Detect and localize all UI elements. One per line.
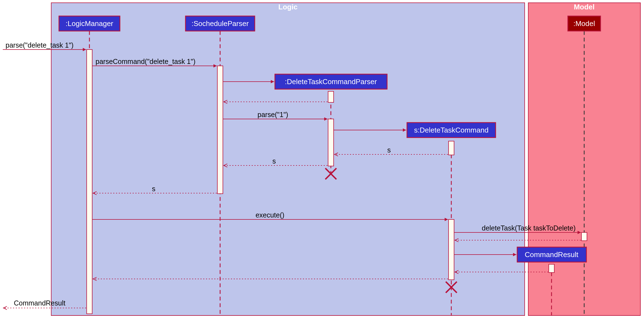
- activation-logicmanager: [87, 50, 92, 314]
- return-s1-label: s: [387, 146, 391, 154]
- activation-dtc-create: [449, 141, 454, 155]
- participant-deletetaskcommand: s:DeleteTaskCommand: [407, 123, 496, 138]
- message-parse1-label: parse("1"): [257, 111, 288, 118]
- participant-model: :Model: [568, 16, 601, 31]
- activation-commandresult: [549, 264, 554, 273]
- frame-logic-title: Logic: [278, 3, 297, 11]
- participant-model-label: :Model: [573, 19, 595, 28]
- return-commandresult-exit-label: CommandResult: [14, 299, 65, 307]
- participant-commandresult-label: CommandResult: [525, 250, 578, 259]
- participant-scheduleparser: :SocheduleParser: [186, 16, 255, 31]
- activation-scheduleparser: [217, 66, 223, 194]
- frame-model-title: Model: [574, 3, 594, 11]
- participant-logicmanager: :LogicManager: [59, 16, 120, 31]
- activation-dtcp-parse: [328, 119, 334, 166]
- return-s3-label: s: [152, 185, 156, 193]
- participant-deletetaskcommandparser-label: :DeleteTaskCommandParser: [285, 77, 377, 86]
- return-s2-label: s: [272, 157, 276, 165]
- participant-commandresult: CommandResult: [517, 247, 586, 262]
- message-deletetask-label: deleteTask(Task taskToDelete): [482, 224, 576, 232]
- message-execute-label: execute(): [256, 211, 284, 219]
- activation-model: [581, 232, 587, 241]
- activation-dtc-execute: [449, 219, 454, 280]
- participant-deletetaskcommand-label: s:DeleteTaskCommand: [414, 126, 489, 134]
- activation-dtcp-create: [328, 91, 334, 102]
- message-parsecommand-label: parseCommand("delete_task 1"): [96, 58, 195, 65]
- participant-deletetaskcommandparser: :DeleteTaskCommandParser: [275, 74, 387, 89]
- participant-logicmanager-label: :LogicManager: [66, 19, 113, 28]
- message-parse-entry-label: parse("delete_task 1"): [6, 41, 74, 49]
- participant-scheduleparser-label: :SocheduleParser: [192, 19, 249, 28]
